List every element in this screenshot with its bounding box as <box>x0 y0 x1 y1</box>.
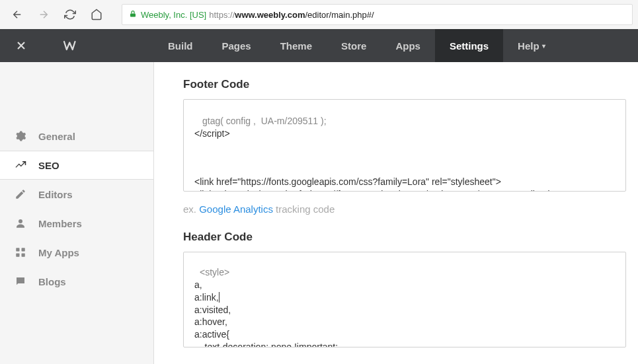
nav-apps[interactable]: Apps <box>381 29 435 62</box>
url-bar[interactable]: Weebly, Inc. [US] https:// www.weebly.co… <box>122 4 633 25</box>
forward-button[interactable] <box>32 3 56 26</box>
nav-help[interactable]: Help ▾ <box>503 29 560 62</box>
footer-hint: ex. Google Analytics tracking code <box>183 203 638 215</box>
header-line-3: a:visited, <box>194 304 615 316</box>
svg-rect-4 <box>16 254 19 257</box>
sidebar-label-general: General <box>38 131 75 142</box>
home-button[interactable] <box>85 3 108 26</box>
footer-code-textarea[interactable]: gtag( config , UA-m/209511 );</script​><… <box>183 99 626 192</box>
sidebar-item-seo[interactable]: SEO <box>0 151 153 180</box>
settings-sidebar: General SEO Editors Members My Apps Blog… <box>0 62 154 364</box>
main-area: General SEO Editors Members My Apps Blog… <box>0 62 638 364</box>
chevron-down-icon: ▾ <box>542 42 545 50</box>
footer-code-title: Footer Code <box>183 78 638 91</box>
url-org: Weebly, Inc. [US] <box>141 10 206 20</box>
header-line-1: a, <box>194 279 615 291</box>
back-button[interactable] <box>5 3 29 26</box>
grid-icon <box>15 246 26 258</box>
header-top: <style> <box>200 266 615 279</box>
settings-content: Footer Code gtag( config , UA-m/209511 )… <box>154 62 638 364</box>
google-analytics-link[interactable]: Google Analytics <box>199 203 273 215</box>
header-line-6: text-decoration: none !important; <box>194 341 615 347</box>
arrow-left-icon <box>11 9 23 20</box>
sidebar-label-editors: Editors <box>38 189 73 200</box>
nav-help-label: Help <box>518 40 539 52</box>
header-code-title: Header Code <box>183 231 638 244</box>
sidebar-label-blogs: Blogs <box>38 276 66 287</box>
nav-theme[interactable]: Theme <box>266 29 327 62</box>
nav-store[interactable]: Store <box>327 29 381 62</box>
browser-toolbar: Weebly, Inc. [US] https:// www.weebly.co… <box>0 0 638 29</box>
svg-rect-5 <box>22 254 25 257</box>
url-proto: https:// <box>209 10 235 20</box>
svg-rect-0 <box>130 13 136 17</box>
sidebar-item-members[interactable]: Members <box>0 209 153 238</box>
nav-pages[interactable]: Pages <box>208 29 266 62</box>
svg-rect-3 <box>22 248 25 251</box>
svg-rect-2 <box>16 248 19 251</box>
gear-icon <box>15 130 26 142</box>
sidebar-label-myapps: My Apps <box>38 247 79 258</box>
refresh-icon <box>64 9 76 20</box>
close-editor-button[interactable] <box>9 34 33 57</box>
footer-line-3: <link href="https://fonts.googleapis.com… <box>194 176 615 188</box>
logo-icon <box>62 38 82 53</box>
nav-settings[interactable]: Settings <box>435 29 503 62</box>
url-path: /editor/main.php#/ <box>305 10 374 20</box>
sidebar-label-members: Members <box>38 218 82 229</box>
hint-suffix: tracking code <box>273 203 335 215</box>
footer-line-4: <link rel="stylesheet" href="https://fon… <box>194 188 615 192</box>
footer-line-2: </script​> <box>194 127 615 140</box>
sidebar-item-editors[interactable]: Editors <box>0 180 153 209</box>
home-icon <box>91 9 102 20</box>
sidebar-item-blogs[interactable]: Blogs <box>0 267 153 296</box>
chat-icon <box>15 275 26 287</box>
header-code-textarea[interactable]: <style>a,a:link,a:visited,a:hover,a:acti… <box>183 252 626 347</box>
header-line-4: a:hover, <box>194 316 615 328</box>
sidebar-label-seo: SEO <box>38 160 60 171</box>
top-nav: Build Pages Theme Store Apps Settings He… <box>0 29 638 62</box>
svg-point-1 <box>19 219 22 223</box>
refresh-button[interactable] <box>58 3 82 26</box>
nav-build[interactable]: Build <box>153 29 208 62</box>
footer-line-1: gtag( config , UA-m/209511 ); <box>202 115 615 127</box>
pencil-icon <box>15 188 26 200</box>
lock-icon <box>129 9 137 20</box>
hint-prefix: ex. <box>183 203 199 215</box>
person-icon <box>15 217 26 229</box>
header-line-2: a:link, <box>194 291 615 304</box>
weebly-logo[interactable] <box>62 38 82 53</box>
url-domain: www.weebly.com <box>235 10 305 20</box>
arrow-right-icon <box>38 9 50 20</box>
sidebar-item-general[interactable]: General <box>0 122 153 151</box>
close-icon <box>15 39 28 52</box>
trending-icon <box>15 159 26 171</box>
sidebar-item-myapps[interactable]: My Apps <box>0 238 153 267</box>
header-line-5: a:active{ <box>194 328 615 341</box>
